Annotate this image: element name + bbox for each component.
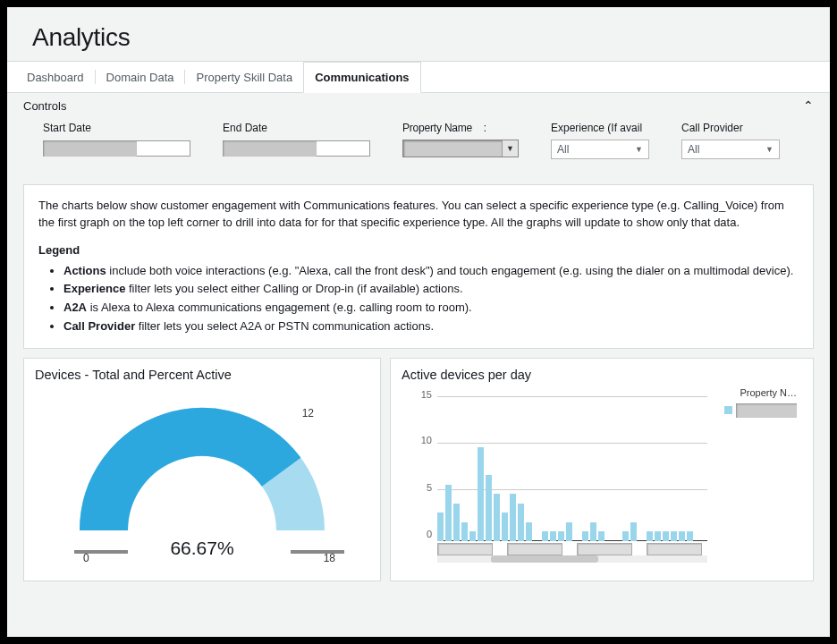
bar	[437, 513, 444, 541]
bar	[558, 531, 564, 541]
property-name-label: Property Name :	[402, 122, 519, 134]
bar	[663, 531, 669, 541]
gauge-chart[interactable]: 66.67% 0 18 12	[35, 386, 369, 564]
bar	[550, 531, 556, 541]
gauge-max-label: 18	[324, 552, 335, 564]
legend-blank	[736, 403, 797, 418]
bar	[510, 494, 516, 541]
experience-value: All	[557, 143, 569, 156]
experience-label: Experience (If avail	[551, 122, 649, 134]
bar-legend-title: Property N…	[711, 387, 797, 398]
bar	[630, 522, 637, 541]
legend-item-experience: Experience filter lets you select either…	[63, 281, 799, 298]
bar	[687, 531, 693, 541]
bar-legend: Property N…	[711, 387, 797, 418]
gauge-active-label: 12	[302, 407, 314, 419]
gauge-card: Devices - Total and Percent Active 66.67…	[23, 358, 381, 581]
input-white-part	[137, 140, 190, 157]
input-grey-part	[43, 140, 137, 157]
end-date-label: End Date	[223, 122, 370, 134]
property-name-select[interactable]: ▼	[402, 140, 519, 157]
bar	[590, 522, 596, 541]
bar	[679, 531, 685, 541]
bar-card: Active devices per day Property N… 15 10…	[390, 358, 814, 581]
bar	[566, 522, 572, 541]
experience-control: Experience (If avail All ▼	[551, 122, 649, 159]
horizontal-scrollbar[interactable]	[437, 555, 707, 563]
bar	[445, 485, 452, 541]
bar	[598, 531, 604, 541]
end-date-control: End Date	[223, 122, 370, 159]
start-date-input[interactable]	[43, 140, 190, 157]
gauge-min-label: 0	[83, 552, 89, 564]
tabs-bar: Dashboard Domain Data Property Skill Dat…	[7, 61, 830, 93]
gauge-svg	[68, 396, 336, 548]
chevron-down-icon: ▼	[765, 145, 774, 154]
legend-item-actions: Actions include both voice interactions …	[63, 263, 799, 280]
end-date-input[interactable]	[223, 140, 370, 157]
bar	[486, 475, 492, 541]
bar-title: Active devices per day	[402, 368, 802, 382]
bar	[671, 531, 677, 541]
controls-row: Start Date End Date Property Name : ▼	[7, 113, 830, 175]
tab-property-skill-data[interactable]: Property Skill Data	[185, 63, 303, 92]
bar	[542, 531, 548, 541]
tab-domain-data[interactable]: Domain Data	[96, 63, 185, 92]
experience-select[interactable]: All ▼	[551, 140, 649, 159]
bar	[655, 531, 661, 541]
legend-item-a2a: A2A is Alexa to Alexa communications eng…	[63, 300, 799, 317]
input-white-part	[317, 140, 370, 157]
property-name-control: Property Name : ▼	[402, 122, 519, 159]
start-date-control: Start Date	[43, 122, 190, 159]
gauge-title: Devices - Total and Percent Active	[35, 368, 369, 382]
controls-label: Controls	[23, 99, 66, 113]
chevron-down-icon: ▼	[635, 145, 643, 154]
bar	[582, 531, 588, 541]
bar	[478, 447, 484, 541]
x-category-box	[647, 543, 702, 555]
page-title: Analytics	[32, 23, 830, 52]
x-category-box	[437, 543, 493, 555]
legend-swatch-icon	[724, 406, 732, 414]
info-paragraph: The charts below show customer engagemen…	[38, 198, 799, 232]
ytick-10: 10	[410, 435, 432, 445]
bar	[469, 531, 476, 541]
ytick-15: 15	[410, 389, 432, 400]
input-grey-part	[223, 140, 317, 157]
start-date-label: Start Date	[43, 122, 190, 134]
call-provider-control: Call Provider All ▼	[681, 122, 780, 159]
bar	[461, 522, 468, 541]
controls-header[interactable]: Controls ⌃	[7, 93, 830, 113]
legend-list: Actions include both voice interactions …	[63, 263, 799, 335]
bar	[502, 513, 508, 541]
legend-header: Legend	[38, 243, 80, 257]
legend-item-call-provider: Call Provider filter lets you select A2A…	[63, 318, 799, 335]
call-provider-select[interactable]: All ▼	[681, 140, 780, 159]
bar	[518, 504, 524, 541]
bar	[494, 494, 500, 541]
ytick-5: 5	[410, 482, 432, 493]
ytick-0: 0	[410, 529, 432, 539]
bar	[453, 504, 460, 541]
call-provider-label: Call Provider	[681, 122, 780, 134]
x-category-box	[577, 543, 632, 555]
bar	[526, 522, 532, 541]
bar	[622, 531, 629, 541]
bar-area	[437, 393, 707, 541]
bar	[647, 531, 653, 541]
call-provider-value: All	[688, 143, 699, 156]
bar-chart[interactable]: Property N… 15 10 5 0	[402, 386, 802, 564]
x-category-box	[507, 543, 562, 555]
chevron-up-icon[interactable]: ⌃	[803, 98, 814, 113]
scrollbar-thumb[interactable]	[491, 555, 598, 563]
info-card: The charts below show customer engagemen…	[23, 184, 814, 349]
tab-dashboard[interactable]: Dashboard	[16, 63, 95, 92]
chevron-down-icon: ▼	[502, 140, 518, 157]
tab-communications[interactable]: Communications	[303, 62, 420, 93]
